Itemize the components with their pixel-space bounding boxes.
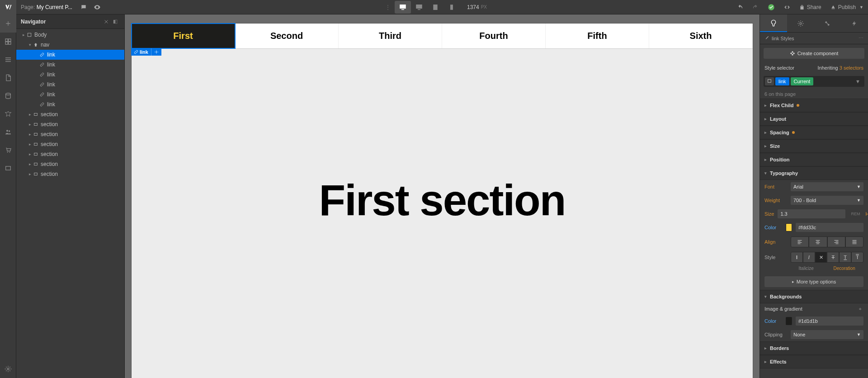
navigator-collapse-icon[interactable]: [102, 17, 111, 26]
deco-strike-button[interactable]: T: [827, 252, 839, 263]
cms-button[interactable]: [0, 87, 16, 105]
canvas-width[interactable]: 1374: [467, 4, 479, 10]
create-component-button[interactable]: Create component: [764, 48, 864, 59]
preview-icon[interactable]: [90, 0, 104, 14]
nav-link-sixth[interactable]: Sixth: [649, 24, 753, 48]
tree-item-section[interactable]: ▸section: [16, 109, 124, 119]
tree-item-section[interactable]: ▸section: [16, 169, 124, 179]
webflow-logo[interactable]: [0, 0, 16, 14]
style-header: link Styles ⋯: [760, 33, 868, 44]
section-spacing[interactable]: ▸Spacing: [760, 126, 868, 139]
components-button[interactable]: [0, 33, 16, 51]
section-effects[interactable]: ▸Effects: [760, 355, 868, 369]
italic-on-button[interactable]: I: [803, 252, 815, 263]
tree-item-link[interactable]: link: [16, 60, 124, 70]
font-select[interactable]: Arial▼: [791, 182, 863, 191]
selector-box[interactable]: link Current ▼: [760, 73, 868, 90]
type-color-swatch[interactable]: [786, 223, 792, 232]
clipping-select[interactable]: None▼: [791, 330, 863, 339]
more-devices-icon[interactable]: ⋮: [381, 0, 395, 14]
section-typography[interactable]: ▾Typography: [760, 166, 868, 180]
align-justify-button[interactable]: [845, 236, 863, 247]
undo-button[interactable]: [732, 0, 748, 14]
section-borders[interactable]: ▸Borders: [760, 341, 868, 355]
navigator-pin-icon[interactable]: [111, 17, 120, 26]
bg-color-swatch[interactable]: [786, 317, 792, 325]
section-size[interactable]: ▸Size: [760, 139, 868, 153]
redo-button[interactable]: [748, 0, 763, 14]
selection-settings-icon[interactable]: [151, 48, 161, 56]
selection-badge[interactable]: link: [131, 48, 151, 56]
deco-overline-button[interactable]: T: [851, 252, 863, 263]
tree-item-section[interactable]: ▸section: [16, 129, 124, 139]
tree-item-Body[interactable]: ▸Body: [16, 30, 124, 40]
type-color-input[interactable]: [796, 223, 863, 232]
users-button[interactable]: [0, 123, 16, 141]
selector-tag-current[interactable]: Current: [791, 77, 814, 85]
ecommerce-button[interactable]: [0, 141, 16, 159]
device-mobile[interactable]: [443, 1, 460, 14]
add-element-button[interactable]: [0, 14, 16, 33]
assets-button[interactable]: [0, 105, 16, 123]
nav-link-third[interactable]: Third: [339, 24, 442, 48]
pages-button[interactable]: [0, 69, 16, 87]
more-icon[interactable]: ⋯: [859, 35, 863, 41]
share-button[interactable]: Share: [795, 0, 826, 14]
size-input[interactable]: [778, 209, 845, 218]
deco-underline-button[interactable]: T: [839, 252, 851, 263]
weight-select[interactable]: 700 - Bold▼: [791, 196, 863, 205]
svg-point-5: [7, 152, 8, 153]
device-desktop-base[interactable]: [395, 1, 411, 14]
logic-button[interactable]: [0, 159, 16, 177]
device-desktop[interactable]: [411, 1, 427, 14]
tree-item-section[interactable]: ▸section: [16, 139, 124, 149]
align-center-button[interactable]: [809, 236, 827, 247]
device-tablet[interactable]: [427, 1, 443, 14]
tree-item-section[interactable]: ▸section: [16, 159, 124, 169]
nav-link-fifth[interactable]: Fifth: [546, 24, 649, 48]
navigator-button[interactable]: [0, 51, 16, 69]
selector-tag-link[interactable]: link: [775, 77, 789, 85]
section-layout[interactable]: ▸Layout: [760, 112, 868, 126]
tree-item-link[interactable]: link: [16, 90, 124, 99]
interactions-tab[interactable]: [814, 14, 841, 32]
status-ok-icon[interactable]: [763, 0, 779, 14]
section-flex-child[interactable]: ▸Flex Child: [760, 99, 868, 112]
svg-point-3: [6, 130, 8, 132]
tree-item-link[interactable]: link: [16, 99, 124, 109]
svg-rect-15: [34, 143, 38, 146]
align-right-button[interactable]: [827, 236, 845, 247]
image-gradient-row: Image & gradient +: [760, 303, 868, 314]
settings-tab[interactable]: [787, 14, 814, 32]
clipping-row: Clipping None▼: [760, 328, 868, 341]
topbar-right: Share Publish▼: [732, 0, 868, 14]
comments-icon[interactable]: [77, 0, 90, 14]
nav-link-first[interactable]: First link: [132, 24, 235, 48]
svg-rect-7: [6, 166, 11, 170]
align-left-button[interactable]: [791, 236, 809, 247]
tree-item-section[interactable]: ▸section: [16, 149, 124, 159]
add-background-button[interactable]: +: [857, 306, 863, 312]
page-label[interactable]: Page: My Current P...: [16, 4, 77, 10]
nav-link-fourth[interactable]: Fourth: [442, 24, 546, 48]
svg-point-2: [6, 93, 11, 95]
selector-state-icon[interactable]: [765, 77, 774, 85]
tree-item-section[interactable]: ▸section: [16, 119, 124, 129]
bg-color-input[interactable]: [796, 317, 863, 326]
section-backgrounds[interactable]: ▾Backgrounds: [760, 290, 868, 303]
selector-dropdown-icon[interactable]: ▼: [853, 79, 863, 84]
style-tab[interactable]: [760, 14, 787, 32]
settings-button[interactable]: [0, 360, 16, 378]
nav-link-second[interactable]: Second: [235, 24, 339, 48]
effects-tab[interactable]: [841, 14, 868, 32]
tree-item-link[interactable]: link: [16, 80, 124, 90]
export-code-button[interactable]: [779, 0, 795, 14]
publish-button[interactable]: Publish▼: [826, 0, 868, 14]
section-position[interactable]: ▸Position: [760, 153, 868, 166]
tree-item-link[interactable]: link: [16, 70, 124, 80]
tree-item-nav[interactable]: ▾nav: [16, 40, 124, 50]
deco-none-button[interactable]: ✕: [815, 252, 827, 263]
tree-item-link[interactable]: link: [16, 50, 124, 60]
more-type-options-button[interactable]: ▸More type options: [764, 276, 863, 287]
italic-off-button[interactable]: I: [791, 252, 803, 263]
